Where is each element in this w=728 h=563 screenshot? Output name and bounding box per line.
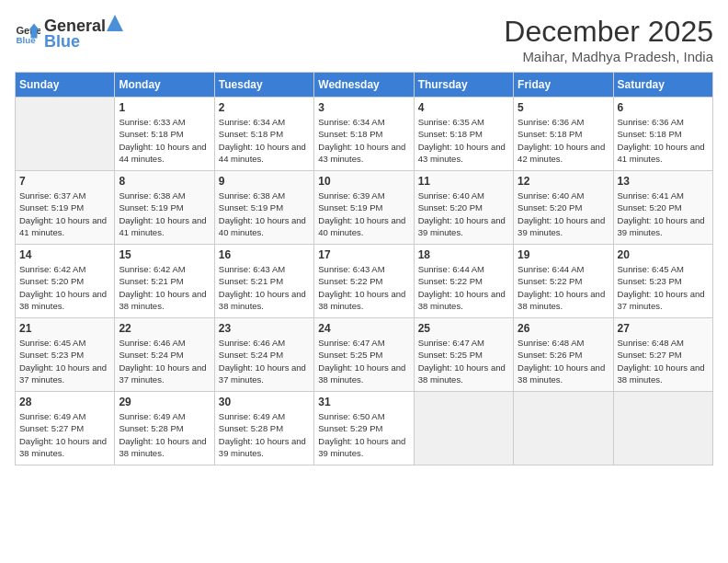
day-number: 29 xyxy=(119,396,210,408)
day-number: 11 xyxy=(418,175,509,188)
day-info: Sunrise: 6:34 AMSunset: 5:18 PMDaylight:… xyxy=(219,116,310,165)
day-info: Sunrise: 6:46 AMSunset: 5:24 PMDaylight:… xyxy=(219,337,310,385)
day-info: Sunrise: 6:42 AMSunset: 5:21 PMDaylight:… xyxy=(119,263,210,312)
calendar-cell: 5 Sunrise: 6:36 AMSunset: 5:18 PMDayligh… xyxy=(514,98,613,171)
svg-marker-3 xyxy=(107,15,123,31)
calendar-cell: 27 Sunrise: 6:48 AMSunset: 5:27 PMDaylig… xyxy=(613,318,712,392)
weekday-header-tuesday: Tuesday xyxy=(214,73,313,98)
header: General Blue General Blue December 2025 … xyxy=(15,15,713,64)
calendar-cell: 20 Sunrise: 6:45 AMSunset: 5:23 PMDaylig… xyxy=(613,245,712,318)
day-number: 7 xyxy=(19,175,110,188)
day-number: 13 xyxy=(618,175,709,188)
day-number: 30 xyxy=(219,396,310,408)
calendar-cell: 13 Sunrise: 6:41 AMSunset: 5:20 PMDaylig… xyxy=(613,171,712,245)
calendar-cell: 10 Sunrise: 6:39 AMSunset: 5:19 PMDaylig… xyxy=(314,171,414,245)
day-info: Sunrise: 6:40 AMSunset: 5:20 PMDaylight:… xyxy=(518,190,609,238)
day-number: 4 xyxy=(418,101,509,114)
day-number: 26 xyxy=(518,322,609,335)
day-info: Sunrise: 6:36 AMSunset: 5:18 PMDaylight:… xyxy=(518,116,609,165)
day-info: Sunrise: 6:47 AMSunset: 5:25 PMDaylight:… xyxy=(418,337,509,385)
day-number: 8 xyxy=(119,175,210,188)
calendar-table: SundayMondayTuesdayWednesdayThursdayFrid… xyxy=(15,72,713,465)
day-number: 25 xyxy=(418,322,509,335)
day-info: Sunrise: 6:35 AMSunset: 5:18 PMDaylight:… xyxy=(418,116,509,165)
calendar-cell: 30 Sunrise: 6:49 AMSunset: 5:28 PMDaylig… xyxy=(214,392,313,465)
day-info: Sunrise: 6:43 AMSunset: 5:21 PMDaylight:… xyxy=(219,263,310,312)
calendar-cell xyxy=(414,392,513,465)
day-number: 1 xyxy=(119,101,210,114)
calendar-cell xyxy=(16,98,115,171)
day-number: 6 xyxy=(618,101,709,114)
weekday-header-thursday: Thursday xyxy=(414,73,513,98)
calendar-week-row: 21 Sunrise: 6:45 AMSunset: 5:23 PMDaylig… xyxy=(16,318,713,392)
calendar-week-row: 28 Sunrise: 6:49 AMSunset: 5:27 PMDaylig… xyxy=(16,392,713,465)
calendar-cell: 2 Sunrise: 6:34 AMSunset: 5:18 PMDayligh… xyxy=(214,98,313,171)
calendar-cell: 12 Sunrise: 6:40 AMSunset: 5:20 PMDaylig… xyxy=(514,171,613,245)
calendar-subtitle: Maihar, Madhya Pradesh, India xyxy=(504,49,713,64)
calendar-cell: 15 Sunrise: 6:42 AMSunset: 5:21 PMDaylig… xyxy=(115,245,214,318)
day-info: Sunrise: 6:49 AMSunset: 5:28 PMDaylight:… xyxy=(219,410,310,459)
day-number: 2 xyxy=(219,101,310,114)
calendar-cell: 1 Sunrise: 6:33 AMSunset: 5:18 PMDayligh… xyxy=(115,98,214,171)
day-number: 15 xyxy=(119,248,210,261)
title-area: December 2025 Maihar, Madhya Pradesh, In… xyxy=(504,15,713,64)
weekday-header-sunday: Sunday xyxy=(16,73,115,98)
weekday-header-wednesday: Wednesday xyxy=(314,73,414,98)
calendar-title: December 2025 xyxy=(504,15,713,49)
logo: General Blue General Blue xyxy=(15,15,124,52)
calendar-cell xyxy=(514,392,613,465)
day-number: 9 xyxy=(219,175,310,188)
day-number: 5 xyxy=(518,101,609,114)
calendar-cell: 28 Sunrise: 6:49 AMSunset: 5:27 PMDaylig… xyxy=(16,392,115,465)
calendar-cell: 18 Sunrise: 6:44 AMSunset: 5:22 PMDaylig… xyxy=(414,245,513,318)
weekday-header-friday: Friday xyxy=(514,73,613,98)
day-info: Sunrise: 6:44 AMSunset: 5:22 PMDaylight:… xyxy=(418,263,509,312)
logo-triangle-icon xyxy=(107,15,123,31)
logo-icon: General Blue xyxy=(15,20,40,46)
day-number: 31 xyxy=(318,396,409,408)
day-info: Sunrise: 6:37 AMSunset: 5:19 PMDaylight:… xyxy=(19,190,110,238)
day-info: Sunrise: 6:40 AMSunset: 5:20 PMDaylight:… xyxy=(418,190,509,238)
day-info: Sunrise: 6:49 AMSunset: 5:27 PMDaylight:… xyxy=(19,410,110,459)
day-number: 27 xyxy=(618,322,709,335)
weekday-header-monday: Monday xyxy=(115,73,214,98)
calendar-cell: 17 Sunrise: 6:43 AMSunset: 5:22 PMDaylig… xyxy=(314,245,414,318)
calendar-cell: 3 Sunrise: 6:34 AMSunset: 5:18 PMDayligh… xyxy=(314,98,414,171)
day-info: Sunrise: 6:41 AMSunset: 5:20 PMDaylight:… xyxy=(618,190,709,238)
calendar-cell: 25 Sunrise: 6:47 AMSunset: 5:25 PMDaylig… xyxy=(414,318,513,392)
day-number: 3 xyxy=(318,101,409,114)
day-info: Sunrise: 6:38 AMSunset: 5:19 PMDaylight:… xyxy=(119,190,210,238)
calendar-cell: 19 Sunrise: 6:44 AMSunset: 5:22 PMDaylig… xyxy=(514,245,613,318)
calendar-cell: 8 Sunrise: 6:38 AMSunset: 5:19 PMDayligh… xyxy=(115,171,214,245)
day-info: Sunrise: 6:45 AMSunset: 5:23 PMDaylight:… xyxy=(618,263,709,312)
day-info: Sunrise: 6:48 AMSunset: 5:26 PMDaylight:… xyxy=(518,337,609,385)
weekday-header-saturday: Saturday xyxy=(613,73,712,98)
day-number: 18 xyxy=(418,248,509,261)
calendar-cell: 6 Sunrise: 6:36 AMSunset: 5:18 PMDayligh… xyxy=(613,98,712,171)
day-number: 14 xyxy=(19,248,110,261)
day-info: Sunrise: 6:36 AMSunset: 5:18 PMDaylight:… xyxy=(618,116,709,165)
calendar-cell: 22 Sunrise: 6:46 AMSunset: 5:24 PMDaylig… xyxy=(115,318,214,392)
day-info: Sunrise: 6:39 AMSunset: 5:19 PMDaylight:… xyxy=(318,190,409,238)
weekday-header-row: SundayMondayTuesdayWednesdayThursdayFrid… xyxy=(16,73,713,98)
day-info: Sunrise: 6:46 AMSunset: 5:24 PMDaylight:… xyxy=(119,337,210,385)
day-number: 10 xyxy=(318,175,409,188)
calendar-cell xyxy=(613,392,712,465)
day-info: Sunrise: 6:44 AMSunset: 5:22 PMDaylight:… xyxy=(518,263,609,312)
day-info: Sunrise: 6:38 AMSunset: 5:19 PMDaylight:… xyxy=(219,190,310,238)
calendar-cell: 4 Sunrise: 6:35 AMSunset: 5:18 PMDayligh… xyxy=(414,98,513,171)
day-info: Sunrise: 6:34 AMSunset: 5:18 PMDaylight:… xyxy=(318,116,409,165)
calendar-cell: 26 Sunrise: 6:48 AMSunset: 5:26 PMDaylig… xyxy=(514,318,613,392)
day-number: 22 xyxy=(119,322,210,335)
calendar-cell: 14 Sunrise: 6:42 AMSunset: 5:20 PMDaylig… xyxy=(16,245,115,318)
calendar-cell: 11 Sunrise: 6:40 AMSunset: 5:20 PMDaylig… xyxy=(414,171,513,245)
day-number: 12 xyxy=(518,175,609,188)
calendar-cell: 9 Sunrise: 6:38 AMSunset: 5:19 PMDayligh… xyxy=(214,171,313,245)
day-number: 17 xyxy=(318,248,409,261)
day-info: Sunrise: 6:49 AMSunset: 5:28 PMDaylight:… xyxy=(119,410,210,459)
day-info: Sunrise: 6:47 AMSunset: 5:25 PMDaylight:… xyxy=(318,337,409,385)
day-number: 24 xyxy=(318,322,409,335)
day-number: 28 xyxy=(19,396,110,408)
day-info: Sunrise: 6:48 AMSunset: 5:27 PMDaylight:… xyxy=(618,337,709,385)
calendar-cell: 24 Sunrise: 6:47 AMSunset: 5:25 PMDaylig… xyxy=(314,318,414,392)
